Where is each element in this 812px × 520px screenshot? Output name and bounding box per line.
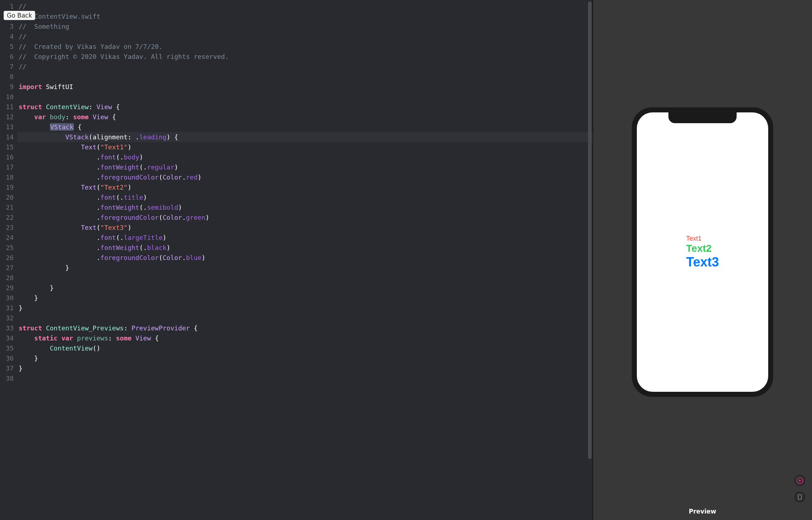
code-line[interactable]: .font(.title) [17, 192, 593, 203]
device-notch [668, 112, 737, 123]
code-line[interactable]: ContentView() [17, 343, 593, 353]
code-line[interactable]: .fontWeight(.black) [17, 243, 593, 253]
line-number: 18 [0, 172, 17, 182]
line-number: 13 [0, 122, 17, 132]
line-number: 27 [0, 263, 17, 273]
preview-device-button[interactable] [793, 491, 806, 503]
line-number: 5 [0, 42, 17, 52]
line-number: 26 [0, 253, 17, 263]
live-preview-play-button[interactable] [793, 474, 806, 487]
code-line[interactable]: Text("Text1") [17, 142, 593, 152]
device-canvas: Text1 Text2 Text3 [593, 0, 812, 504]
line-number: 36 [0, 353, 17, 363]
code-line[interactable]: .foregroundColor(Color.green) [17, 213, 593, 223]
code-line[interactable]: .fontWeight(.semibold) [17, 203, 593, 213]
line-number: 7 [0, 62, 17, 72]
code-line[interactable]: } [17, 303, 593, 313]
line-number: 24 [0, 233, 17, 243]
code-line[interactable]: // Something [17, 22, 593, 32]
line-number: 12 [0, 112, 17, 122]
preview-text2: Text2 [686, 243, 711, 254]
play-icon [796, 477, 803, 484]
code-line[interactable]: } [17, 263, 593, 273]
code-line[interactable]: VStack { [17, 122, 593, 132]
preview-text3: Text3 [686, 255, 719, 269]
line-number: 37 [0, 363, 17, 373]
code-line[interactable]: var body: some View { [17, 112, 593, 122]
code-line[interactable]: .foregroundColor(Color.red) [17, 172, 593, 182]
code-line[interactable]: VStack(alignment: .leading) { [17, 132, 593, 142]
line-number: 16 [0, 152, 17, 162]
iphone-device-frame: Text1 Text2 Text3 [632, 107, 773, 397]
line-number: 15 [0, 142, 17, 152]
code-line[interactable]: // [17, 32, 593, 42]
line-number-gutter: 1234567891011121314151617181920212223242… [0, 0, 17, 520]
preview-label: Preview [689, 504, 717, 520]
line-number: 22 [0, 213, 17, 223]
code-line[interactable]: } [17, 293, 593, 303]
code-line[interactable]: struct ContentView: View { [17, 102, 593, 112]
line-number: 11 [0, 102, 17, 112]
line-number: 23 [0, 223, 17, 233]
line-number: 19 [0, 182, 17, 192]
line-number: 6 [0, 52, 17, 62]
code-line[interactable]: struct ContentView_Previews: PreviewProv… [17, 323, 593, 333]
code-line[interactable]: // Created by Vikas Yadav on 7/7/20. [17, 42, 593, 52]
code-line[interactable]: } [17, 353, 593, 363]
line-number: 10 [0, 92, 17, 102]
code-line[interactable]: .font(.body) [17, 152, 593, 162]
line-number: 38 [0, 373, 17, 384]
code-area[interactable]: //// ContentView.swift// Something//// C… [17, 0, 593, 520]
line-number: 1 [0, 1, 17, 11]
line-number: 31 [0, 303, 17, 313]
code-line[interactable]: Text("Text2") [17, 182, 593, 192]
code-line[interactable]: // [17, 62, 593, 72]
line-number: 8 [0, 72, 17, 82]
line-number: 33 [0, 323, 17, 333]
code-line[interactable]: .fontWeight(.regular) [17, 162, 593, 172]
go-back-button[interactable]: Go Back [4, 11, 35, 20]
scrollbar-thumb[interactable] [588, 1, 592, 459]
line-number: 29 [0, 283, 17, 293]
preview-controls [793, 474, 806, 503]
code-line[interactable]: Text("Text3") [17, 223, 593, 233]
code-line[interactable]: // ContentView.swift [17, 11, 593, 22]
code-line[interactable] [17, 92, 593, 102]
line-number: 9 [0, 82, 17, 92]
code-line[interactable]: } [17, 283, 593, 293]
line-number: 28 [0, 273, 17, 283]
line-number: 20 [0, 192, 17, 203]
line-number: 4 [0, 32, 17, 42]
line-number: 3 [0, 22, 17, 32]
line-number: 17 [0, 162, 17, 172]
code-line[interactable]: // [17, 1, 593, 11]
vertical-scrollbar[interactable] [587, 0, 593, 520]
code-line[interactable]: static var previews: some View { [17, 333, 593, 343]
code-line[interactable]: .foregroundColor(Color.blue) [17, 253, 593, 263]
line-number: 32 [0, 313, 17, 323]
code-line[interactable] [17, 273, 593, 283]
code-editor-pane: Go Back 12345678910111213141516171819202… [0, 0, 593, 520]
preview-text1: Text1 [686, 235, 701, 242]
preview-content: Text1 Text2 Text3 [686, 235, 719, 269]
device-screen: Text1 Text2 Text3 [637, 112, 768, 392]
code-line[interactable]: } [17, 363, 593, 373]
code-line[interactable] [17, 313, 593, 323]
line-number: 35 [0, 343, 17, 353]
line-number: 21 [0, 203, 17, 213]
line-number: 25 [0, 243, 17, 253]
code-line[interactable]: // Copyright © 2020 Vikas Yadav. All rig… [17, 52, 593, 62]
line-number: 14 [0, 132, 17, 142]
code-line[interactable]: .font(.largeTitle) [17, 233, 593, 243]
device-icon [796, 493, 803, 501]
line-number: 30 [0, 293, 17, 303]
code-line[interactable]: import SwiftUI [17, 82, 593, 92]
code-line[interactable] [17, 373, 593, 384]
preview-pane: Text1 Text2 Text3 Preview [593, 0, 812, 520]
code-line[interactable] [17, 72, 593, 82]
svg-rect-1 [798, 495, 802, 500]
line-number: 34 [0, 333, 17, 343]
